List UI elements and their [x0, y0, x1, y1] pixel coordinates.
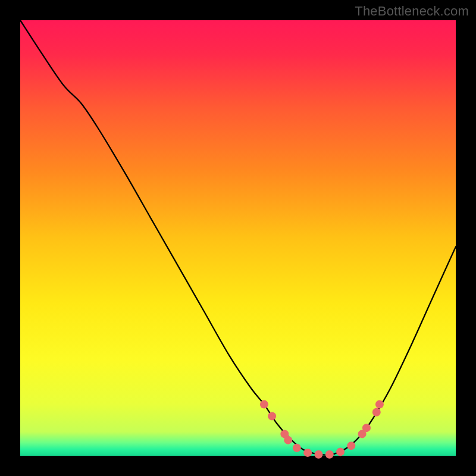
curve-marker [325, 450, 334, 459]
curve-marker [314, 450, 322, 459]
curve-marker [362, 424, 371, 432]
curve-marker [293, 444, 301, 452]
plot-background [20, 20, 456, 456]
chart-frame: TheBottleneck.com [0, 0, 476, 476]
bottleneck-chart [0, 0, 476, 476]
curve-marker [303, 449, 312, 457]
curve-marker [260, 400, 268, 409]
curve-marker [268, 412, 276, 420]
curve-marker [372, 408, 381, 416]
curve-marker [347, 441, 355, 450]
curve-marker [336, 447, 345, 456]
curve-marker [375, 400, 384, 409]
curve-marker [284, 436, 292, 444]
